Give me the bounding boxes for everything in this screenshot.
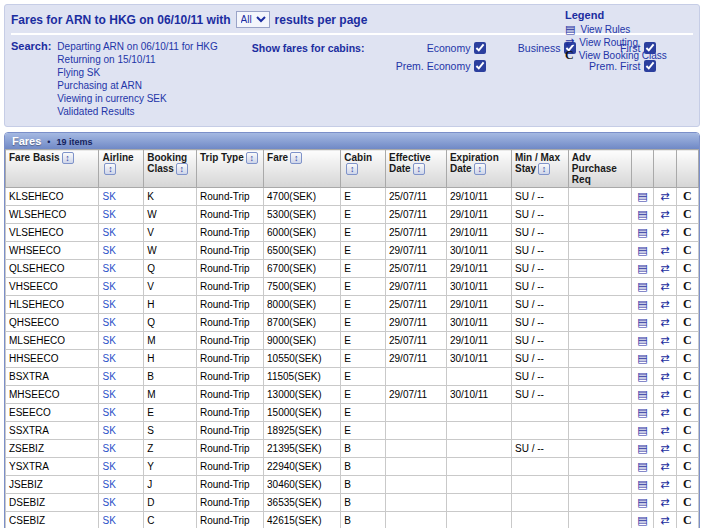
view-routing-icon[interactable]: ⇄ (660, 208, 669, 220)
view-routing-icon[interactable]: ⇄ (660, 424, 669, 436)
view-booking-class-icon[interactable]: C (683, 495, 692, 509)
view-rules-icon[interactable]: ▤ (637, 334, 647, 346)
airline-cell[interactable]: SK (99, 332, 144, 350)
view-booking-class-icon[interactable]: C (683, 315, 692, 329)
effective-date-cell: 25/07/11 (385, 224, 446, 242)
view-rules-icon[interactable]: ▤ (637, 388, 647, 400)
view-booking-class-icon[interactable]: C (683, 369, 692, 383)
view-rules-icon[interactable]: ▤ (637, 352, 647, 364)
sort-button[interactable]: ↕ (246, 152, 258, 164)
airline-cell[interactable]: SK (99, 458, 144, 476)
sort-button[interactable]: ↕ (538, 163, 550, 175)
view-booking-class-icon[interactable]: C (683, 243, 692, 257)
view-booking-class-icon[interactable]: C (683, 423, 692, 437)
routing-cell: ⇄ (654, 224, 676, 242)
airline-cell[interactable]: SK (99, 512, 144, 528)
view-rules-icon[interactable]: ▤ (637, 460, 647, 472)
airline-cell[interactable]: SK (99, 206, 144, 224)
view-booking-class-icon[interactable]: C (683, 279, 692, 293)
col-header-trip-type: Trip Type↕ (197, 150, 264, 188)
view-routing-icon[interactable]: ⇄ (660, 406, 669, 418)
airline-cell[interactable]: SK (99, 242, 144, 260)
sort-button[interactable]: ↕ (413, 163, 425, 175)
view-rules-icon[interactable]: ▤ (637, 478, 647, 490)
view-routing-icon[interactable]: ⇄ (660, 442, 669, 454)
sort-button[interactable]: ↕ (62, 152, 74, 164)
view-routing-icon[interactable]: ⇄ (660, 496, 669, 508)
legend-item: C View Booking Class (565, 49, 691, 62)
view-routing-icon[interactable]: ⇄ (660, 352, 669, 364)
airline-cell[interactable]: SK (99, 440, 144, 458)
view-routing-icon[interactable]: ⇄ (660, 226, 669, 238)
view-routing-icon[interactable]: ⇄ (660, 262, 669, 274)
sort-button[interactable]: ↕ (290, 152, 302, 164)
cabin-option-economy[interactable]: Economy (376, 42, 486, 54)
view-rules-icon[interactable]: ▤ (637, 208, 647, 220)
view-rules-icon[interactable]: ▤ (637, 496, 647, 508)
airline-cell[interactable]: SK (99, 188, 144, 206)
view-routing-icon[interactable]: ⇄ (660, 316, 669, 328)
view-booking-class-icon[interactable]: C (683, 441, 692, 455)
view-booking-class-icon[interactable]: C (683, 207, 692, 221)
results-per-page-select[interactable]: All (236, 11, 270, 28)
view-booking-class-icon[interactable]: C (683, 351, 692, 365)
view-routing-icon[interactable]: ⇄ (660, 514, 669, 526)
airline-cell[interactable]: SK (99, 422, 144, 440)
view-routing-icon[interactable]: ⇄ (660, 460, 669, 472)
view-rules-icon[interactable]: ▤ (637, 424, 647, 436)
view-booking-class-icon[interactable]: C (683, 459, 692, 473)
view-booking-class-icon[interactable]: C (683, 189, 692, 203)
view-rules-icon[interactable]: ▤ (637, 226, 647, 238)
view-booking-class-icon[interactable]: C (683, 387, 692, 401)
view-booking-class-icon[interactable]: C (683, 261, 692, 275)
sort-button[interactable]: ↕ (346, 163, 358, 175)
view-rules-icon[interactable]: ▤ (637, 190, 647, 202)
view-routing-icon[interactable]: ⇄ (660, 388, 669, 400)
view-rules-icon[interactable]: ▤ (637, 370, 647, 382)
sort-button[interactable]: ↕ (176, 163, 188, 175)
airline-cell[interactable]: SK (99, 260, 144, 278)
airline-cell[interactable]: SK (99, 296, 144, 314)
view-routing-icon[interactable]: ⇄ (660, 280, 669, 292)
airline-cell[interactable]: SK (99, 476, 144, 494)
cabin-option-prem-economy[interactable]: Prem. Economy (376, 60, 486, 72)
airline-cell[interactable]: SK (99, 278, 144, 296)
airline-cell[interactable]: SK (99, 368, 144, 386)
table-row: WLSEHECO SK W Round-Trip 5300(SEK) E 25/… (6, 206, 699, 224)
view-rules-icon[interactable]: ▤ (637, 406, 647, 418)
view-booking-class-icon[interactable]: C (683, 225, 692, 239)
view-rules-icon[interactable]: ▤ (637, 514, 647, 526)
airline-cell[interactable]: SK (99, 224, 144, 242)
sort-button[interactable]: ↕ (104, 163, 116, 175)
page-title-suffix: results per page (275, 13, 368, 27)
view-booking-class-icon[interactable]: C (683, 513, 692, 527)
table-row: WHSEECO SK W Round-Trip 6500(SEK) E 29/0… (6, 242, 699, 260)
view-routing-icon[interactable]: ⇄ (660, 190, 669, 202)
view-rules-icon[interactable]: ▤ (637, 442, 647, 454)
prem-economy-checkbox[interactable] (474, 60, 486, 72)
view-booking-class-icon[interactable]: C (683, 333, 692, 347)
view-rules-icon[interactable]: ▤ (637, 262, 647, 274)
view-routing-icon[interactable]: ⇄ (660, 244, 669, 256)
view-rules-icon[interactable]: ▤ (637, 244, 647, 256)
view-rules-icon[interactable]: ▤ (637, 280, 647, 292)
airline-cell[interactable]: SK (99, 314, 144, 332)
sort-button[interactable]: ↕ (474, 163, 486, 175)
view-booking-class-icon[interactable]: C (683, 477, 692, 491)
cabin-option-business[interactable]: Business (486, 42, 576, 54)
view-routing-icon[interactable]: ⇄ (660, 298, 669, 310)
view-booking-class-icon[interactable]: C (683, 405, 692, 419)
view-routing-icon[interactable]: ⇄ (660, 370, 669, 382)
fare-cell: 21395(SEK) (264, 440, 341, 458)
booking-class-view-cell: C (676, 386, 698, 404)
airline-cell[interactable]: SK (99, 404, 144, 422)
airline-cell[interactable]: SK (99, 494, 144, 512)
view-booking-class-icon[interactable]: C (683, 297, 692, 311)
economy-checkbox[interactable] (474, 42, 486, 54)
view-routing-icon[interactable]: ⇄ (660, 478, 669, 490)
view-rules-icon[interactable]: ▤ (637, 298, 647, 310)
airline-cell[interactable]: SK (99, 386, 144, 404)
view-routing-icon[interactable]: ⇄ (660, 334, 669, 346)
airline-cell[interactable]: SK (99, 350, 144, 368)
view-rules-icon[interactable]: ▤ (637, 316, 647, 328)
